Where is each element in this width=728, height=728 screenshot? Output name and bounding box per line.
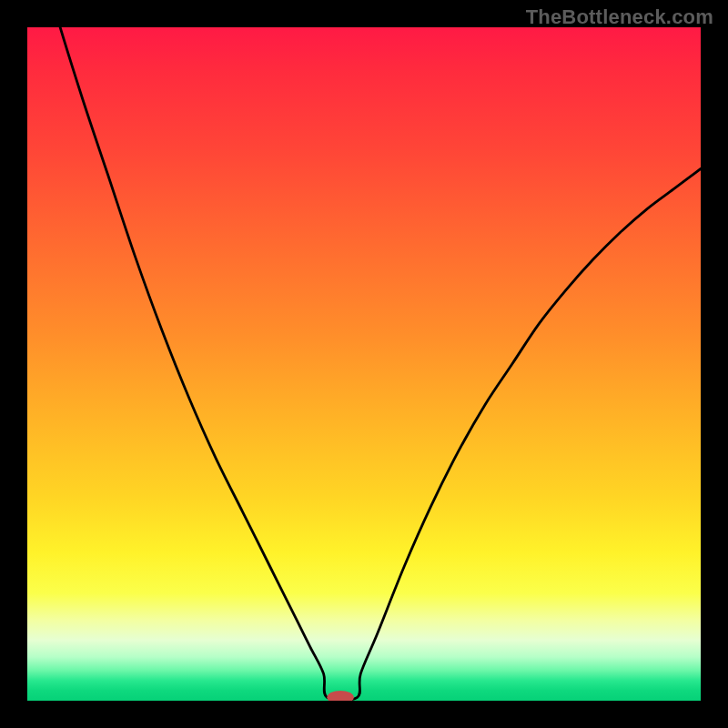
bottleneck-curve bbox=[27, 27, 701, 701]
plot-area bbox=[27, 27, 701, 701]
optimum-marker bbox=[327, 691, 354, 701]
chart-frame: TheBottleneck.com bbox=[0, 0, 728, 728]
curve-svg bbox=[27, 27, 701, 701]
watermark-label: TheBottleneck.com bbox=[526, 5, 713, 29]
